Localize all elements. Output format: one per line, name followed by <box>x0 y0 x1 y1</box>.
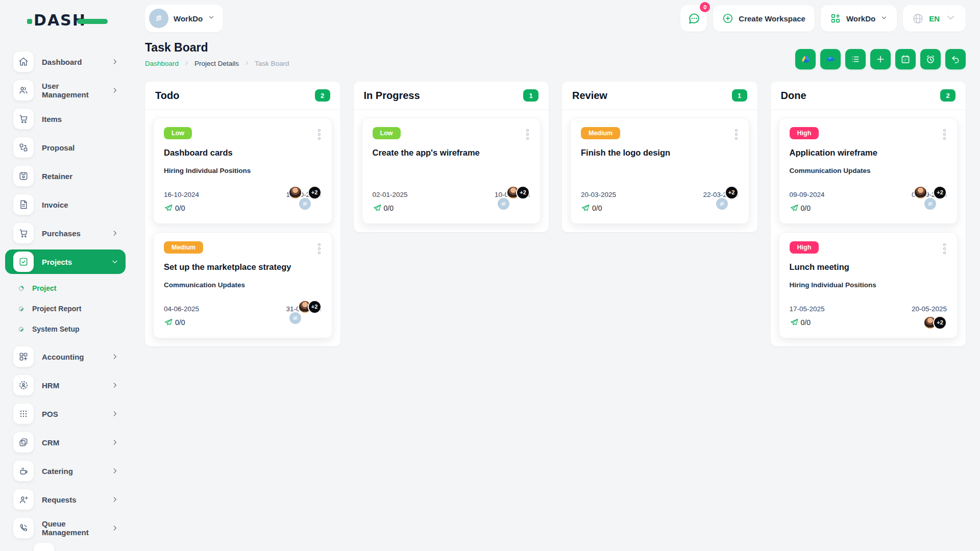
users-icon <box>13 80 34 101</box>
onedrive-button[interactable] <box>820 49 841 69</box>
task-card[interactable]: High Application wireframe Communication… <box>779 118 958 224</box>
task-start-date: 17-05-2025 <box>790 305 825 313</box>
submenu-item-system-setup[interactable]: System Setup <box>0 319 133 339</box>
sidebar-item-dashboard[interactable]: Dashboard <box>5 49 126 74</box>
sidebar-item-pos[interactable]: POS <box>5 402 126 426</box>
task-title: Finish the logo design <box>581 148 739 158</box>
card-menu-button[interactable] <box>942 241 947 256</box>
column-in-progress: In Progress 1 Low Create the app's wiref… <box>354 82 549 232</box>
chevron-right-icon <box>111 58 118 65</box>
submenu-item-project[interactable]: Project <box>0 278 133 298</box>
home-icon <box>13 52 34 72</box>
avatar <box>914 186 927 199</box>
breadcrumb-dashboard[interactable]: Dashboard <box>145 60 179 67</box>
avatar-workdo-logo <box>288 311 302 325</box>
task-milestone <box>373 167 530 176</box>
sidebar-item-proposal[interactable]: Proposal <box>5 135 126 160</box>
onedrive-icon <box>825 54 836 64</box>
sidebar-item-accounting[interactable]: Accounting <box>5 344 126 369</box>
card-menu-button[interactable] <box>525 127 530 142</box>
crm-icon <box>13 432 34 453</box>
column-review: Review 1 Medium Finish the logo design 2… <box>562 82 757 232</box>
column-title: Done <box>781 90 806 102</box>
plus-circle-icon <box>722 13 733 24</box>
avatar <box>288 186 302 199</box>
chevron-down-icon <box>945 12 957 25</box>
sidebar-item-catering[interactable]: Catering <box>5 459 126 483</box>
avatar-workdo-logo <box>923 197 937 211</box>
chevron-right-icon <box>111 410 118 417</box>
task-start-date: 02-01-2025 <box>373 191 408 198</box>
main-content: Task Board Dashboard Project Details Tas… <box>133 37 980 551</box>
avatar-more-count: +2 <box>308 300 322 314</box>
workspace-selector[interactable]: WorkDo <box>145 5 223 32</box>
task-start-date: 20-03-2025 <box>581 191 616 198</box>
sidebar-item-purchases[interactable]: Purchases <box>5 221 126 245</box>
task-milestone <box>581 167 739 176</box>
task-card[interactable]: Medium Set up the marketplace strategy C… <box>153 232 332 338</box>
task-card[interactable]: Low Create the app's wireframe 02-01-202… <box>362 118 541 224</box>
timer-button[interactable] <box>920 49 941 69</box>
task-card[interactable]: Low Dashboard cards Hiring Individual Po… <box>153 118 332 224</box>
back-button[interactable] <box>945 49 966 69</box>
donut-icon <box>18 306 24 312</box>
breadcrumb-current: Task Board <box>255 60 289 67</box>
sidebar-item-projects[interactable]: Projects <box>5 249 126 274</box>
sidebar-item-retainer[interactable]: Retainer <box>5 164 126 188</box>
task-progress: 0/0 <box>581 204 602 213</box>
chevron-down-icon <box>880 14 888 23</box>
card-menu-button[interactable] <box>317 241 322 256</box>
sidebar-item-requests[interactable]: Requests <box>5 487 126 512</box>
task-card[interactable]: Medium Finish the logo design 20-03-2025… <box>570 118 749 224</box>
list-icon <box>850 54 861 64</box>
clipped-next-item-tile <box>34 543 54 551</box>
priority-badge: Low <box>373 127 401 139</box>
task-start-date: 16-10-2024 <box>164 191 199 198</box>
card-menu-button[interactable] <box>734 127 739 142</box>
donut-icon <box>18 286 24 291</box>
sidebar-item-invoice[interactable]: Invoice <box>5 192 126 217</box>
google-drive-button[interactable] <box>795 49 816 69</box>
sidebar-item-items[interactable]: Items <box>5 107 126 131</box>
card-menu-button[interactable] <box>942 127 947 142</box>
sidebar-item-queue-management[interactable]: Queue Management <box>5 516 126 540</box>
column-title: Review <box>572 90 607 102</box>
task-card[interactable]: High Lunch meeting Hiring Individual Pos… <box>779 232 958 338</box>
language-selector[interactable]: EN <box>903 5 966 32</box>
add-task-button[interactable] <box>870 49 891 69</box>
chevron-right-icon <box>111 230 118 237</box>
sidebar-item-crm[interactable]: CRM <box>5 430 126 455</box>
logo-accent-bar <box>77 19 108 24</box>
priority-badge: Medium <box>164 241 203 254</box>
avatar-more-count: +2 <box>933 186 947 199</box>
app-switcher-button[interactable]: WorkDo <box>821 5 897 32</box>
priority-badge: Low <box>164 127 192 139</box>
sidebar-item-hrm[interactable]: HRM <box>5 373 126 397</box>
priority-badge: High <box>790 127 819 139</box>
breadcrumb-project-details[interactable]: Project Details <box>194 60 239 67</box>
avatar-workdo-logo <box>298 197 312 211</box>
projects-checkbox-icon <box>13 252 34 272</box>
task-milestone: Hiring Individual Positions <box>790 281 947 290</box>
avatar-workdo-logo <box>715 197 729 211</box>
card-menu-button[interactable] <box>317 127 322 142</box>
list-view-button[interactable] <box>845 49 866 69</box>
chat-icon <box>688 12 700 25</box>
kanban-board: Todo 2 Low Dashboard cards Hiring Indivi… <box>145 82 966 346</box>
calendar-icon <box>900 54 911 64</box>
avatar-more-count: +2 <box>725 186 739 199</box>
task-title: Set up the marketplace strategy <box>164 262 322 272</box>
column-count-badge: 2 <box>940 89 955 102</box>
create-workspace-button[interactable]: Create Workspace <box>713 5 815 32</box>
board-toolbar <box>795 49 966 69</box>
accounting-icon <box>13 346 34 367</box>
assignee-avatars: +2 <box>715 186 739 231</box>
topbar: WorkDo 0 Create Workspace WorkDo EN <box>133 0 980 37</box>
messages-button[interactable]: 0 <box>680 5 707 32</box>
calendar-button[interactable] <box>895 49 916 69</box>
pos-grid-icon <box>13 404 34 424</box>
dash-logo[interactable]: DASH <box>34 11 86 29</box>
sidebar-item-user-management[interactable]: User Management <box>5 78 126 103</box>
globe-icon <box>912 13 924 24</box>
submenu-item-project-report[interactable]: Project Report <box>0 298 133 319</box>
